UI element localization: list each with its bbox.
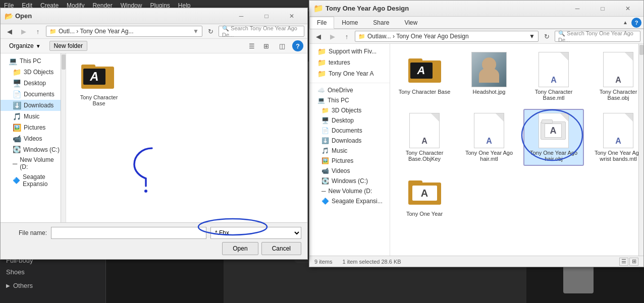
exp-sidebar-videos[interactable]: 📹Videos (309, 166, 390, 176)
explorer-main: A Tony Character Base (390, 44, 638, 256)
file-tony-hair-mtl[interactable]: A Tony One Year Ago hair.mtl (459, 109, 519, 166)
explorer-search[interactable]: 🔍 Search Tony One Year Ago De... (555, 31, 640, 42)
explorer-body: 📁Support with Fiv... 📁textures 📁Tony One… (309, 44, 643, 256)
exp-sidebar-documents[interactable]: 📄Documents (309, 126, 390, 136)
ribbon-tab-file[interactable]: File (309, 17, 334, 29)
dialog-newfolder-btn[interactable]: New folder (49, 41, 87, 51)
dialog-maximize-btn[interactable]: □ (255, 9, 278, 24)
exp-sidebar-3d[interactable]: 📁3D Objects (309, 105, 390, 115)
exp-sidebar-downloads[interactable]: ⬇️Downloads (309, 136, 390, 146)
filename-input[interactable] (51, 227, 206, 239)
file-label-tony-base-mtl: Tony Character Base.mtl (527, 89, 580, 101)
open-button[interactable]: Open (222, 242, 258, 255)
sidebar-downloads-label: Downloads (24, 102, 53, 109)
file-tony-hair-obj[interactable]: A Tony One Year Ago hair.obj (523, 109, 584, 166)
ribbon-tab-share[interactable]: Share (365, 17, 397, 29)
statusbar-view-grid-btn[interactable]: ⊞ (629, 258, 638, 266)
file-tony-character-base[interactable]: A Tony Character Base (394, 48, 455, 105)
file-label-tony-hair-obj: Tony One Year Ago hair.obj (527, 150, 580, 162)
statusbar-view-list-btn[interactable]: ☰ (619, 258, 628, 266)
file-tony-base-obj[interactable]: A Tony Character Base.obj (588, 48, 638, 105)
sidebar-downloads[interactable]: ⬇️ Downloads (1, 100, 66, 111)
file-label-tony-character-base: Tony Character Base (399, 89, 451, 95)
files-grid: A Tony Character Base (394, 48, 634, 221)
ribbon-tab-home[interactable]: Home (334, 17, 365, 29)
dialog-back-btn[interactable]: ◀ (4, 26, 16, 37)
file-label-tony-base-obj: Tony Character Base.obj (592, 89, 638, 101)
dialog-organize-btn[interactable]: Organize▼ (5, 41, 45, 51)
dialog-help-btn[interactable]: ? (292, 40, 303, 51)
exp-sidebar-tony-year[interactable]: 📁Tony One Year A (309, 68, 390, 79)
dialog-address-text: Outl... › Tony One Year Ag... (59, 28, 134, 35)
exp-sidebar-onedrive[interactable]: ☁️OneDrive (309, 85, 390, 95)
exp-sidebar-windows-c[interactable]: 💽Windows (C:) (309, 176, 390, 186)
exp-sidebar-support[interactable]: 📁Support with Fiv... (309, 46, 390, 57)
explorer-sidebar: 📁Support with Fiv... 📁textures 📁Tony One… (309, 44, 390, 256)
question-mark-annotation (122, 143, 182, 204)
explorer-back-btn[interactable]: ◀ (312, 31, 325, 42)
sidebar-this-pc[interactable]: 💻This PC (1, 55, 66, 67)
exp-sidebar-textures[interactable]: 📁textures (309, 57, 390, 68)
explorer-minimize-btn[interactable]: ─ (566, 1, 589, 16)
sidebar-documents[interactable]: 📄Documents (1, 89, 66, 100)
file-label-headshot: Headshot.jpg (473, 89, 506, 95)
statusbar-items-count: 9 items (314, 259, 332, 265)
explorer-up-btn[interactable]: ↑ (341, 31, 353, 42)
file-tony-wrist-mtl[interactable]: A Tony One Year Ago wrist bands.mtl (588, 109, 638, 166)
exp-sidebar-desktop[interactable]: 🖥️Desktop (309, 115, 390, 126)
explorer-refresh-btn[interactable]: ↻ (541, 31, 553, 42)
sidebar-music[interactable]: 🎵Music (1, 111, 66, 122)
dialog-up-btn[interactable]: ↑ (32, 26, 44, 37)
dialog-view-toggle-btn[interactable]: ◫ (276, 40, 288, 51)
dialog-file-tony-base[interactable]: A Tony Character Base (71, 58, 127, 110)
exp-sidebar-newvol-d[interactable]: ─New Volume (D: (309, 186, 390, 196)
ribbon-help-btn[interactable]: ? (631, 18, 641, 28)
explorer-maximize-btn[interactable]: □ (591, 1, 614, 16)
explorer-address-bar[interactable]: 📁 Outlaw... › Tony One Year Ago Design ▼ (355, 31, 539, 42)
dialog-close-btn[interactable]: ✕ (280, 9, 303, 24)
file-tony-base-objkey[interactable]: A Tony Character Base.ObjKey (394, 109, 455, 166)
cancel-button[interactable]: Cancel (261, 242, 301, 255)
dialog-titlebar: 📂 Open ─ □ ✕ (1, 8, 307, 24)
explorer-scrollbar[interactable] (638, 44, 643, 256)
sidebar-new-volume-d[interactable]: ─New Volume (D: (1, 155, 66, 172)
exp-sidebar-thispc[interactable]: 💻This PC (309, 95, 390, 105)
sidebar-windows-c[interactable]: 💽Windows (C:) (1, 144, 66, 155)
ribbon-tabs: File Home Share View ▲ ? (309, 17, 643, 29)
sidebar-3d-objects[interactable]: 📁3D Objects (1, 67, 66, 78)
dialog-refresh-btn[interactable]: ↻ (204, 26, 217, 37)
others-arrow: ▶ (6, 283, 10, 288)
file-tony-one-year-folder[interactable]: A Tony One Year (394, 170, 455, 221)
explorer-window: 📁 Tony One Year Ago Design ─ □ ✕ File Ho… (309, 0, 644, 267)
dialog-sidebar: 💻This PC 📁3D Objects 🖥️Desktop 📄Document… (1, 53, 66, 222)
file-label-tony-hair-mtl: Tony One Year Ago hair.mtl (463, 150, 515, 162)
filetype-select[interactable]: *.Fbx All Files (*.*) (210, 227, 301, 239)
ribbon-tab-view[interactable]: View (397, 17, 425, 29)
sidebar-section-others[interactable]: Others (13, 282, 33, 289)
dialog-view-list-btn[interactable]: ☰ (246, 40, 258, 51)
exp-sidebar-seagate[interactable]: 🔷Seagate Expansi... (309, 196, 390, 206)
sidebar-videos[interactable]: 📹Videos (1, 133, 66, 144)
dialog-search[interactable]: 🔍 Search Tony One Year Ago De... (219, 26, 304, 37)
statusbar-selected-info: 1 item selected 28.6 KB (342, 259, 401, 265)
explorer-close-btn[interactable]: ✕ (616, 1, 639, 16)
dialog-view-grid-btn[interactable]: ⊞ (260, 40, 272, 51)
file-label-tony-one-year: Tony One Year (406, 211, 443, 217)
sidebar-desktop[interactable]: 🖥️Desktop (1, 78, 66, 89)
sidebar-item-shoes[interactable]: Shoes (0, 266, 105, 278)
sidebar-seagate[interactable]: 🔷Seagate Expansio (1, 172, 66, 189)
dialog-files-grid: A Tony Character Base (71, 58, 302, 133)
exp-sidebar-pictures[interactable]: 🖼️Pictures (309, 156, 390, 166)
dialog-title-icon: 📂 (5, 12, 13, 20)
sidebar-pictures[interactable]: 🖼️Pictures (1, 122, 66, 133)
file-headshot[interactable]: Headshot.jpg (459, 48, 519, 105)
explorer-forward-btn[interactable]: ▶ (327, 31, 339, 42)
ribbon-expand-btn[interactable]: ▲ (619, 18, 631, 28)
explorer-title: Tony One Year Ago Design (326, 5, 564, 12)
explorer-ribbon: File Home Share View ▲ ? (309, 17, 643, 29)
dialog-forward-btn[interactable]: ▶ (18, 26, 30, 37)
file-tony-base-mtl[interactable]: A Tony Character Base.mtl (523, 48, 584, 105)
dialog-minimize-btn[interactable]: ─ (230, 9, 253, 24)
exp-sidebar-music[interactable]: 🎵Music (309, 146, 390, 156)
dialog-address-bar[interactable]: 📁 Outl... › Tony One Year Ag... ▼ (46, 26, 202, 37)
